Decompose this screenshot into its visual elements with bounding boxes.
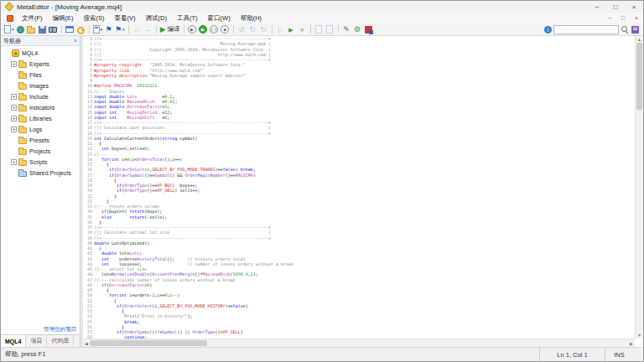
styler-button[interactable]: ✎ xyxy=(341,24,352,35)
manage-projects-link-row: 管理您的项目 xyxy=(1,326,80,334)
menu-tools[interactable]: 工具(T) xyxy=(172,13,203,23)
mdi-close-button[interactable]: × xyxy=(630,13,643,23)
navigator-close-icon[interactable]: × xyxy=(74,38,77,44)
expand-icon[interactable]: + xyxy=(11,94,17,100)
redo-button[interactable]: ↻ xyxy=(247,24,258,35)
tree-item-projects[interactable]: Projects xyxy=(1,146,80,157)
layout-button[interactable] xyxy=(65,24,75,35)
tree-item-indicators[interactable]: +Indicators xyxy=(1,102,80,113)
community-button[interactable] xyxy=(630,24,641,35)
forward-button[interactable]: → xyxy=(143,24,153,35)
tree-item-images[interactable]: Images xyxy=(1,80,80,91)
resize-grip[interactable] xyxy=(633,348,643,361)
expand-icon[interactable]: + xyxy=(11,159,17,165)
step-into-button[interactable]: ▷ xyxy=(275,24,286,35)
navigator-tree: 4MQL4+ExpertsFilesImages+Include+Indicat… xyxy=(1,46,80,326)
minimize-button[interactable]: − xyxy=(588,1,606,13)
menu-view[interactable]: 查看(V) xyxy=(110,13,141,23)
menu-debug[interactable]: 调试(D) xyxy=(141,13,172,23)
toolbar-search-input[interactable] xyxy=(553,25,619,34)
debug-pause-button[interactable]: ❘❘ xyxy=(209,24,220,35)
toolbar: ▾▾⚑⚑▾←→▶编译▶▶❘❘■↺↻↻▷▶■✎⚙ i xyxy=(1,23,643,36)
settings-button[interactable]: ⚙ xyxy=(352,24,363,35)
code-area[interactable]: 1//+------------------------------------… xyxy=(83,36,635,339)
bookmark-next-button[interactable]: ⚑▾ xyxy=(114,24,126,35)
circle-stop-icon: ■ xyxy=(221,25,229,34)
new-file-button[interactable]: ▾ xyxy=(3,24,15,35)
tree-item-files[interactable]: Files xyxy=(1,70,80,80)
find-button[interactable] xyxy=(48,24,59,35)
scroll-left-icon[interactable]: ◀ xyxy=(83,339,90,347)
preview-button[interactable] xyxy=(325,24,335,35)
expand-icon[interactable]: + xyxy=(11,127,17,132)
storage-button[interactable] xyxy=(15,24,26,35)
tree-item-scripts[interactable]: +Scripts xyxy=(1,157,80,168)
tree-item-label: Logs xyxy=(29,127,42,132)
scroll-up-icon[interactable]: ▲ xyxy=(636,36,643,43)
mdi-minimize-button[interactable]: − xyxy=(603,13,616,23)
refresh-button[interactable]: ↻ xyxy=(258,24,269,35)
bookmark-button[interactable]: ⚑ xyxy=(103,24,114,35)
info-button[interactable]: i xyxy=(543,24,553,35)
save-button[interactable] xyxy=(37,24,48,35)
menu-edit[interactable]: 编辑(E) xyxy=(48,13,79,23)
navigator-tab-mql4[interactable]: MQL4 xyxy=(1,335,26,347)
title-bar[interactable]: MetaEditor - [Moving Average.mq4] − □ × xyxy=(1,1,643,13)
menu-search[interactable]: 搜索(S) xyxy=(79,13,110,23)
status-cursor-position: Ln 1, Col 1 xyxy=(539,348,605,361)
search-icon xyxy=(621,26,628,33)
tree-item-logs[interactable]: +Logs xyxy=(1,124,80,135)
vertical-scroll-thumb[interactable] xyxy=(636,43,642,110)
menu-help[interactable]: 帮助(H) xyxy=(236,13,267,23)
expand-icon[interactable]: + xyxy=(11,105,17,111)
metaeditor-window: MetaEditor - [Moving Average.mq4] − □ × … xyxy=(0,0,644,362)
scroll-down-icon[interactable]: ▼ xyxy=(636,332,643,339)
tree-item-mql4[interactable]: 4MQL4 xyxy=(1,48,80,59)
navigator-tab-代码库[interactable]: 代码库 xyxy=(47,335,74,347)
tree-item-presets[interactable]: Presets xyxy=(1,135,80,146)
mql4-icon: 4 xyxy=(12,49,19,57)
folder-icon xyxy=(18,138,27,144)
step-out-button[interactable]: ■ xyxy=(297,24,308,35)
tree-item-include[interactable]: +Include xyxy=(1,91,80,102)
horizontal-scrollbar[interactable]: ◀ ▶ xyxy=(83,339,635,347)
tree-item-label: Shared Projects xyxy=(29,170,71,176)
profile-button[interactable] xyxy=(314,24,325,35)
vertical-scrollbar[interactable]: ▲ ▼ xyxy=(635,36,643,339)
scroll-right-icon[interactable]: ▶ xyxy=(628,339,635,347)
shared-icon xyxy=(18,171,27,177)
tree-item-experts[interactable]: +Experts xyxy=(1,59,80,70)
code-text: else return(-sells); xyxy=(94,215,167,220)
redo-icon: ↻ xyxy=(249,26,256,34)
snippets-button[interactable]: ▾ xyxy=(92,24,104,35)
expand-icon[interactable]: + xyxy=(11,61,17,67)
terminal-button[interactable] xyxy=(363,24,374,35)
menu-window[interactable]: 窗口(W) xyxy=(203,13,236,23)
debug-start-button[interactable]: ▶ xyxy=(187,24,198,35)
undo-icon: ↺ xyxy=(238,26,245,34)
debug-stop-button[interactable]: ■ xyxy=(220,24,231,35)
back-button[interactable]: ← xyxy=(132,24,143,35)
menu-file[interactable]: 文件(F) xyxy=(17,13,48,23)
tree-item-label: Files xyxy=(29,72,42,78)
gear-icon: ⚙ xyxy=(354,26,361,34)
compile-button[interactable]: ▶编译 xyxy=(159,24,181,35)
step-over-button[interactable]: ▶ xyxy=(286,24,297,35)
debug-continue-button[interactable]: ▶ xyxy=(198,24,209,35)
toolbar-separator xyxy=(89,25,90,34)
undo-button[interactable]: ↺ xyxy=(236,24,247,35)
mdi-restore-button[interactable]: □ xyxy=(616,13,630,23)
arrow-left-icon: ← xyxy=(133,26,141,34)
close-button[interactable]: × xyxy=(625,1,643,13)
manage-projects-link[interactable]: 管理您的项目 xyxy=(44,326,76,334)
horizontal-scroll-thumb[interactable] xyxy=(90,340,207,346)
tree-item-shared-projects[interactable]: Shared Projects xyxy=(1,168,80,178)
search-button[interactable] xyxy=(619,24,630,35)
tree-item-libraries[interactable]: +Libraries xyxy=(1,113,80,124)
tree-item-label: Experts xyxy=(29,61,49,67)
maximize-button[interactable]: □ xyxy=(606,1,625,13)
open-button[interactable] xyxy=(26,24,37,35)
navigator-toggle-button[interactable] xyxy=(75,24,86,35)
expand-icon[interactable]: + xyxy=(11,116,17,122)
navigator-tab-项目[interactable]: 项目 xyxy=(26,335,47,347)
